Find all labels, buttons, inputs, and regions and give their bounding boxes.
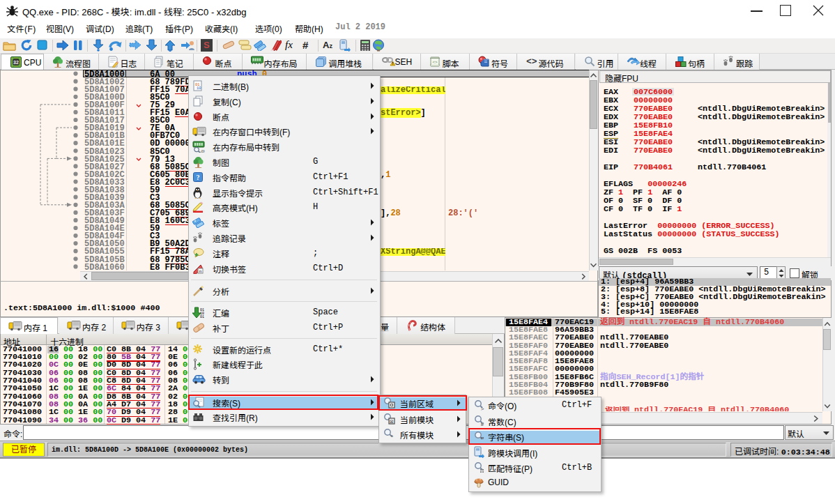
svg-text:!: ! <box>392 61 393 66</box>
svg-text:?: ? <box>197 174 200 181</box>
svg-text:<>: <> <box>526 56 537 66</box>
svg-text:*: * <box>391 434 394 440</box>
svg-text:<>: <> <box>432 60 438 65</box>
svg-text:10: 10 <box>197 86 201 91</box>
svg-text:>: > <box>481 406 484 411</box>
svg-text:#: # <box>481 421 484 427</box>
svg-text:⊠: ⊠ <box>390 419 394 424</box>
svg-text:n: n <box>199 269 201 273</box>
svg-text:@: @ <box>201 149 205 153</box>
svg-text:01: 01 <box>200 315 204 319</box>
